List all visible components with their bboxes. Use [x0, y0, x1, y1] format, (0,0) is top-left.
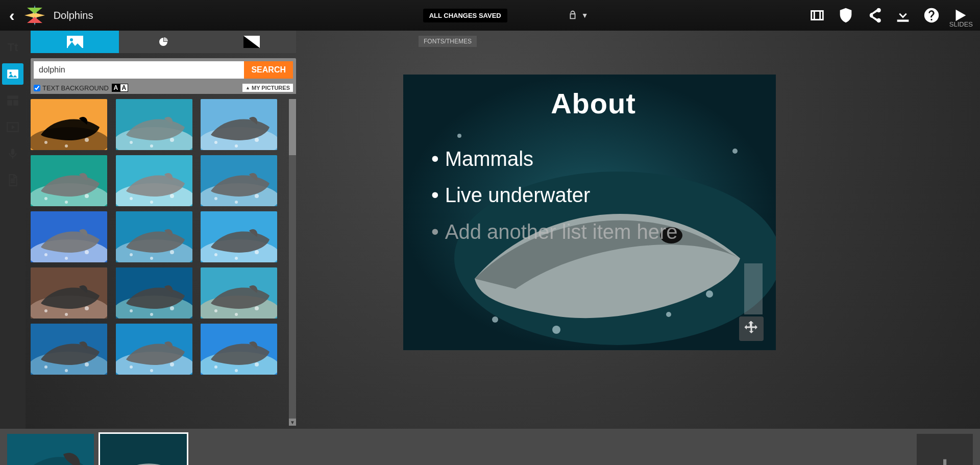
svg-point-92: [492, 316, 498, 323]
tool-mic[interactable]: [2, 143, 23, 164]
svg-point-46: [85, 250, 89, 254]
scrollbar-thumb[interactable]: [289, 99, 296, 155]
text-color-toggle[interactable]: A A: [112, 84, 128, 92]
lock-toggle[interactable]: ▼: [567, 10, 589, 21]
image-result-thumb[interactable]: [31, 99, 107, 150]
image-result-thumb[interactable]: [31, 211, 107, 262]
svg-point-85: [214, 365, 217, 369]
image-results: ▼: [31, 99, 296, 426]
plus-icon: +: [937, 449, 953, 466]
svg-point-42: [235, 201, 238, 204]
svg-point-62: [65, 313, 68, 316]
resize-bar[interactable]: [744, 263, 763, 314]
slide-bullet-list[interactable]: •Mammals •Live underwater •Add another l…: [431, 140, 755, 250]
svg-point-71: [255, 306, 259, 310]
svg-point-45: [44, 253, 47, 256]
download-icon[interactable]: [894, 7, 912, 24]
svg-point-51: [170, 250, 174, 254]
svg-point-95: [706, 290, 713, 298]
app-logo[interactable]: [22, 3, 47, 28]
list-item: •Live underwater: [431, 177, 755, 213]
svg-point-26: [255, 138, 259, 142]
image-result-thumb[interactable]: [201, 324, 277, 375]
image-result-thumb[interactable]: [116, 267, 192, 319]
tool-image[interactable]: [2, 63, 23, 85]
svg-point-30: [44, 197, 47, 200]
image-result-thumb[interactable]: [201, 211, 277, 262]
image-result-thumb[interactable]: [116, 155, 192, 206]
project-title[interactable]: Dolphins: [54, 10, 93, 21]
help-icon[interactable]: [923, 7, 940, 24]
scroll-down-button[interactable]: ▼: [289, 419, 296, 426]
back-button[interactable]: ‹: [6, 6, 18, 25]
shield-icon[interactable]: [837, 7, 854, 24]
svg-point-40: [214, 197, 217, 200]
share-icon[interactable]: [866, 7, 883, 24]
svg-rect-7: [7, 100, 12, 106]
svg-point-41: [255, 194, 259, 198]
slide-thumb-2[interactable]: [100, 434, 187, 465]
text-background-checkbox[interactable]: [34, 85, 40, 91]
search-button[interactable]: SEARCH: [244, 61, 293, 79]
fonts-themes-button[interactable]: FONTS/THEMES: [419, 36, 477, 47]
move-handle[interactable]: [739, 316, 764, 341]
svg-point-21: [170, 138, 174, 142]
asset-tabs: [31, 31, 296, 53]
tab-image[interactable]: [31, 31, 119, 53]
svg-point-25: [214, 141, 217, 144]
svg-point-66: [170, 306, 174, 310]
svg-point-60: [44, 309, 47, 312]
svg-point-57: [235, 257, 238, 260]
svg-point-82: [150, 369, 153, 372]
svg-point-55: [214, 253, 217, 256]
image-result-thumb[interactable]: [31, 267, 107, 319]
add-slide-button[interactable]: +: [917, 434, 973, 465]
svg-marker-2: [27, 8, 42, 14]
svg-point-22: [150, 144, 153, 148]
svg-point-15: [44, 141, 47, 144]
svg-point-32: [65, 201, 68, 204]
search-input[interactable]: [34, 61, 244, 79]
svg-marker-3: [27, 17, 42, 23]
slide-content[interactable]: About •Mammals •Live underwater •Add ano…: [431, 87, 755, 250]
search-options: TEXT BACKGROUND A A ▲MY PICTURES: [31, 82, 296, 94]
tool-doc[interactable]: [2, 169, 23, 191]
svg-point-81: [170, 362, 174, 366]
svg-point-5: [10, 72, 12, 74]
chevron-down-icon: ▼: [581, 11, 589, 19]
svg-point-61: [85, 306, 89, 310]
image-result-thumb[interactable]: [201, 99, 277, 150]
image-result-thumb[interactable]: [201, 155, 277, 206]
svg-point-77: [65, 369, 68, 372]
svg-rect-8: [13, 100, 18, 106]
svg-point-70: [214, 309, 217, 312]
tool-text[interactable]: Tt: [2, 37, 23, 58]
tool-video[interactable]: [2, 116, 23, 138]
slide-thumb-1[interactable]: Dolphins Really nice animals underwater: [7, 434, 94, 465]
tool-layout[interactable]: [2, 90, 23, 111]
svg-point-52: [150, 257, 153, 260]
my-pictures-button[interactable]: ▲MY PICTURES: [242, 84, 293, 92]
film-icon[interactable]: [808, 7, 826, 24]
svg-point-56: [255, 250, 259, 254]
svg-point-65: [130, 309, 133, 312]
image-result-thumb[interactable]: [116, 324, 192, 375]
svg-point-27: [235, 144, 238, 148]
tab-chart[interactable]: [119, 31, 207, 53]
image-result-thumb[interactable]: [31, 324, 107, 375]
slide-title[interactable]: About: [431, 87, 755, 120]
image-result-thumb[interactable]: [201, 267, 277, 319]
svg-rect-6: [7, 95, 18, 99]
svg-point-37: [150, 201, 153, 204]
image-result-thumb[interactable]: [31, 155, 107, 206]
slides-label: SLIDES: [949, 20, 973, 426]
image-result-thumb[interactable]: [116, 211, 192, 262]
slide-canvas[interactable]: About •Mammals •Live underwater •Add ano…: [403, 75, 776, 350]
tab-bw[interactable]: [208, 31, 296, 53]
svg-point-20: [130, 141, 133, 144]
app-body: Tt SEAR: [0, 31, 980, 429]
svg-point-35: [130, 197, 133, 200]
svg-point-87: [235, 369, 238, 372]
image-result-thumb[interactable]: [116, 99, 192, 150]
svg-point-94: [666, 312, 671, 317]
